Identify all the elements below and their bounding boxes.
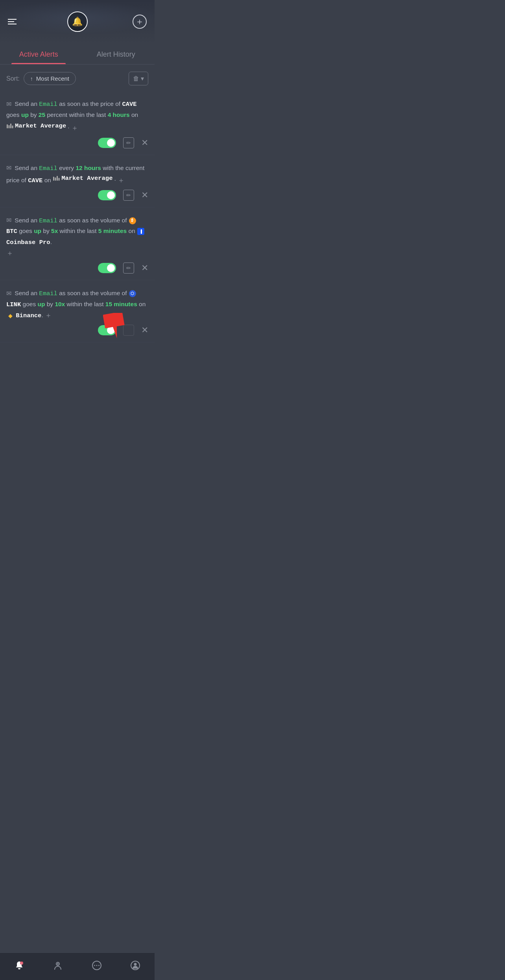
sort-button[interactable]: ↑ Most Recent [24,72,76,85]
alert3-add-condition[interactable]: ＋ [6,248,13,259]
alert3-toggle[interactable] [98,263,116,273]
svg-point-12 [57,963,59,965]
alert1-edit-button[interactable]: ✏ [123,137,134,148]
alert2-action: Email [39,165,57,172]
alert-card-4: ✉ Send an Email as soon as the volume of… [0,280,155,342]
svg-point-15 [96,965,97,966]
nav-more-icon [91,960,102,973]
alert3-actions: ✏ ✕ [6,259,148,276]
alert4-direction: up [37,301,45,307]
nav-item-profile[interactable] [116,960,155,973]
mail-icon-2: ✉ [6,163,11,173]
alert2-actions: ✏ ✕ [6,187,148,203]
sort-up-arrow-icon: ↑ [30,76,33,82]
alerts-list: ✉ Send an Email as soon as the price of … [0,89,155,345]
menu-button[interactable] [8,19,17,24]
tabs-container: Active Alerts Alert History [0,43,155,65]
binance-icon: ◆ [7,312,14,319]
alert1-delete-button[interactable]: ✕ [141,138,148,148]
svg-rect-4 [53,177,54,181]
alert2-exchange: Market Average [61,174,112,184]
active-alerts-tab-label: Active Alerts [19,50,58,58]
alert1-actions: ✏ ✕ [6,134,148,151]
alert1-coin: CAVE [122,101,136,108]
svg-rect-0 [7,124,8,128]
alert-card-3: ✉ Send an Email as soon as the volume of… [0,207,155,280]
link-icon: ⬡ [129,290,136,297]
bottom-navigation: ! [0,952,155,980]
alert4-delete-button[interactable]: ✕ [141,325,148,335]
tab-alert-history[interactable]: Alert History [77,43,155,64]
alert3-coin: BTC [6,228,17,235]
svg-rect-7 [59,178,60,181]
nav-portfolio-icon [52,960,63,973]
trash-icon: 🗑 [133,75,139,82]
alert-history-tab-label: Alert History [97,50,135,58]
market-average-icon-2 [53,175,60,182]
svg-rect-6 [57,176,58,181]
svg-rect-5 [55,178,56,181]
svg-rect-3 [12,126,13,128]
header: 🔔 ＋ [0,0,155,43]
btc-icon: ₿ [129,217,136,224]
nav-alerts-icon: ! [14,960,25,973]
alert-text-4: ✉ Send an Email as soon as the volume of… [6,288,148,322]
alert2-time: 12 hours [76,165,101,171]
hamburger-icon[interactable] [8,19,17,24]
alert-text-2: ✉ Send an Email every 12 hours with the … [6,163,148,187]
alert2-add-condition[interactable]: ＋ [118,175,125,187]
alert1-toggle[interactable] [98,138,116,148]
alert2-coin: CAVE [28,177,42,184]
mail-icon-4: ✉ [6,288,11,299]
alert1-value: 25 [39,111,45,118]
alert-card-1: ✉ Send an Email as soon as the price of … [0,91,155,155]
alert4-toggle[interactable] [98,325,116,335]
market-average-icon-1 [6,123,13,130]
nav-item-alerts[interactable]: ! [0,960,39,973]
alert-text-1: ✉ Send an Email as soon as the price of … [6,99,148,134]
add-circle-icon[interactable]: ＋ [133,15,147,29]
alert2-toggle[interactable] [98,190,116,200]
mail-icon-1: ✉ [6,99,11,109]
alert2-edit-button[interactable]: ✏ [123,190,134,201]
alert4-action: Email [39,290,57,297]
delete-dropdown-button[interactable]: 🗑 ▾ [129,72,148,85]
alert-text-3: ✉ Send an Email as soon as the volume of… [6,215,148,259]
svg-text:!: ! [21,962,22,965]
plus-icon: ＋ [135,16,144,28]
alert3-exchange: Coinbase Pro [6,239,50,246]
nav-item-portfolio[interactable] [39,960,77,973]
alert3-action: Email [39,217,57,224]
alert4-add-condition[interactable]: ＋ [45,310,52,322]
svg-point-14 [94,965,95,966]
svg-point-16 [98,965,100,966]
dropdown-arrow: ▾ [141,75,144,82]
header-background [0,0,155,43]
alert3-direction: up [34,227,41,234]
alert1-exchange: Market Average [15,121,66,131]
alert4-actions: ✕ [6,322,148,338]
sort-left-group: Sort: ↑ Most Recent [6,72,76,85]
nav-profile-icon [130,960,141,973]
nav-item-more[interactable] [77,960,116,973]
market-icon-2: Market Average. [53,174,116,184]
alert3-time: 5 minutes [98,227,127,234]
sort-label: Sort: [6,75,20,82]
market-icon-1: Market Average. [6,121,70,131]
alert-card-2: ✉ Send an Email every 12 hours with the … [0,155,155,207]
alert3-edit-button[interactable]: ✏ [123,263,134,274]
alert1-action: Email [39,101,57,108]
alert3-value: 5x [51,227,58,234]
alert1-add-condition[interactable]: ＋ [71,122,78,134]
add-alert-button[interactable]: ＋ [133,15,147,29]
alert4-time: 15 minutes [105,301,137,307]
sort-button-label: Most Recent [36,75,69,82]
alert3-delete-button[interactable]: ✕ [141,263,148,273]
alert4-edit-button[interactable] [123,325,134,336]
svg-point-18 [134,963,136,965]
alert4-exchange: Binance [16,312,41,319]
alert4-coin: LINK [6,301,21,308]
alert2-delete-button[interactable]: ✕ [141,190,148,200]
alert4-value: 10x [55,301,65,307]
tab-active-alerts[interactable]: Active Alerts [0,43,77,64]
